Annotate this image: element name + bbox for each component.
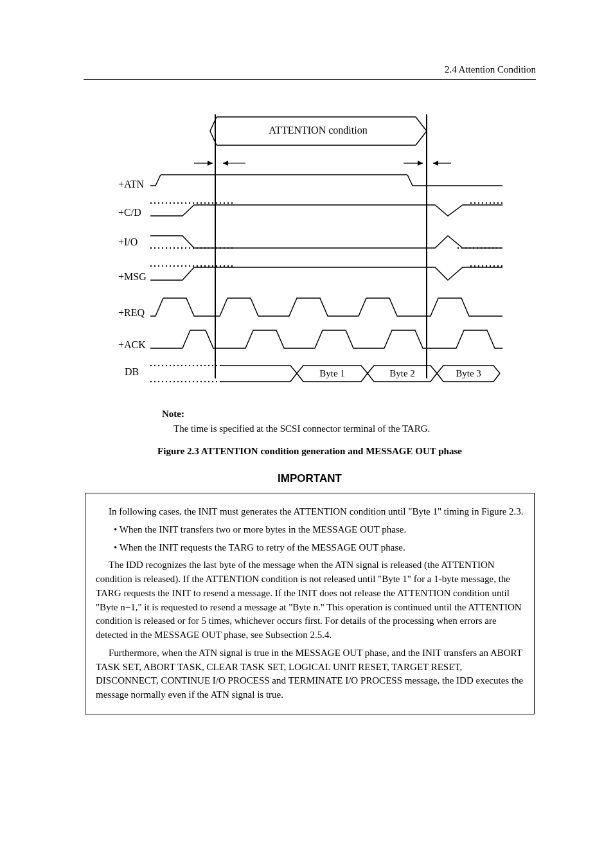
svg-text:+ATN: +ATN — [118, 179, 145, 190]
svg-text:Byte 2: Byte 2 — [389, 368, 415, 378]
important-p1: In following cases, the INIT must genera… — [96, 505, 524, 519]
svg-marker-3 — [208, 161, 213, 166]
important-p2: The IDD recognizes the last byte of the … — [96, 558, 524, 642]
svg-line-22 — [407, 175, 413, 186]
svg-text:+ACK: +ACK — [118, 339, 146, 350]
svg-text:DB: DB — [125, 366, 139, 377]
svg-text:+C/D: +C/D — [118, 207, 141, 218]
svg-text:Byte 3: Byte 3 — [456, 368, 481, 378]
note-text: The time is specified at the SCSI connec… — [173, 423, 509, 434]
section-title: 2.4 Attention Condition — [84, 64, 536, 75]
timing-diagram: ATTENTION condition +ATN +C/D +I/O +MSG … — [111, 99, 509, 434]
important-box: In following cases, the INIT must genera… — [85, 493, 535, 714]
top-rule — [84, 79, 536, 80]
attention-label: ATTENTION condition — [269, 125, 367, 136]
figure-caption: Figure 2.3 ATTENTION condition generatio… — [84, 446, 536, 457]
svg-text:+MSG: +MSG — [118, 271, 147, 282]
svg-marker-7 — [418, 161, 423, 166]
important-b1: • When the INIT transfers two or more by… — [114, 523, 524, 537]
svg-text:Byte 1: Byte 1 — [319, 368, 345, 378]
important-p3: Furthermore, when the ATN signal is true… — [96, 646, 524, 702]
svg-line-20 — [155, 175, 161, 186]
svg-marker-5 — [223, 161, 228, 166]
svg-marker-9 — [433, 161, 438, 166]
important-b2: • When the INIT requests the TARG to ret… — [114, 541, 524, 555]
svg-text:+I/O: +I/O — [118, 236, 138, 247]
important-label: IMPORTANT — [84, 472, 536, 485]
svg-text:+REQ: +REQ — [118, 307, 145, 318]
note-label: Note: — [162, 409, 509, 420]
